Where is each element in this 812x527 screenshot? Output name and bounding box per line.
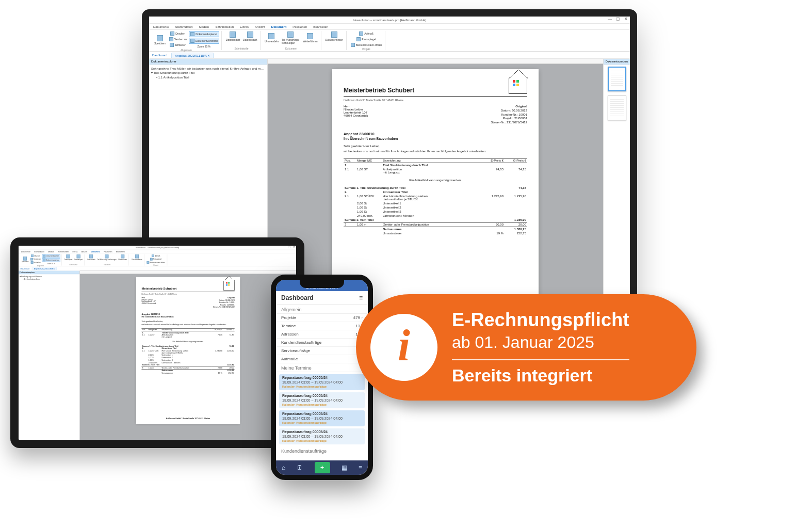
maximize-icon[interactable]: ▢: [288, 246, 290, 248]
tree-root-text[interactable]: Sehr geehrte Frau Müller, wir bedanken u…: [151, 67, 265, 71]
positions-table: Pos. Menge ME Bezeichnung E-Preis € G-Pr…: [344, 158, 527, 235]
list-item[interactable]: Aufmaße ›: [276, 355, 368, 363]
preisspiegel-button[interactable]: Preisspiegel: [350, 37, 383, 42]
save-icon: [157, 35, 163, 41]
menubar: Dokumente Stammdaten Module Schnittstell…: [19, 250, 296, 253]
cart-icon: [351, 43, 355, 47]
export-button[interactable]: Datenexport: [242, 31, 258, 42]
list-item[interactable]: Serviceaufträge ›: [276, 347, 368, 355]
section-header: Meine Termine: [276, 363, 368, 372]
tab-angebot[interactable]: Angebot 2022/01118/A ✕: [171, 53, 214, 58]
doc-subtitle: Ihr: Überschrift zum Bauvorhaben: [344, 137, 527, 140]
convert-button[interactable]: Umwandeln: [264, 31, 279, 45]
table-row: 1.11,00 STArtikelposition mit Langtext74…: [344, 167, 527, 174]
appointment-card[interactable]: Reparaturauftrag 00005/24 18.09.2024 03:…: [279, 428, 365, 444]
table-row: 2.11,00 STÜCKHier könnte Ihre Leistung s…: [141, 350, 234, 354]
maximize-icon[interactable]: ▢: [616, 17, 620, 21]
save-button[interactable]: Speichern: [21, 254, 29, 265]
tree-item[interactable]: ▾ Titel Strukturierung durch Titel: [151, 71, 265, 75]
save-button[interactable]: Speichern: [153, 31, 167, 49]
send-button[interactable]: Senden an: [168, 37, 188, 42]
zoom-control[interactable]: Zoom 95 %: [189, 44, 219, 49]
document-canvas[interactable]: Meisterbetrieb Schubert Heißmann GmbH * …: [80, 271, 297, 441]
info-icon: i: [370, 314, 437, 381]
salutation: Sehr geehrter Herr Leiber,: [344, 145, 527, 148]
menu-dokument[interactable]: Dokument: [271, 25, 286, 28]
menu-positionen[interactable]: Positionen: [293, 25, 307, 28]
close-button[interactable]: Schließen: [168, 42, 188, 47]
partial-invoice-button[interactable]: Teil-/Abschlags- rechnungen: [281, 31, 301, 45]
intro-text: wir bedanken uns noch einmal für Ihre An…: [344, 150, 527, 153]
menu-bearbeiten[interactable]: Bearbeiten: [313, 25, 328, 28]
continue-button[interactable]: Weiterführen: [302, 31, 319, 45]
preview-icon: [190, 39, 194, 43]
import-button[interactable]: Datenimport: [225, 31, 241, 42]
aufmass-button[interactable]: Aufmaß: [350, 31, 383, 36]
recipient-address: Herr Nikolas Leiber Lechtenbrink 107 490…: [344, 105, 368, 125]
menu-dokumente[interactable]: Dokumente: [153, 25, 169, 28]
table-row: 1.11,00 STArtikelposition mit Langtext74…: [141, 334, 234, 338]
phone-notch: [300, 280, 344, 288]
doc-meta: Original Datum: 30.08.2023 Kunden-Nr.: 1…: [491, 105, 527, 125]
appointment-card[interactable]: Reparaturauftrag 00005/24 18.09.2024 03:…: [279, 392, 365, 408]
table-row: 2,00 StUnterartikel 1: [344, 201, 527, 205]
window-titlebar: bluesolution – smarthandwerk.pro [Heißma…: [149, 17, 630, 24]
list-item[interactable]: Projekte479 ›: [276, 314, 368, 322]
tablet-device: bluesolution – smarthandwerk.pro [Heißma…: [10, 237, 304, 448]
ribbon-group-title: Projekt: [350, 47, 383, 51]
menu-module[interactable]: Module: [199, 25, 209, 28]
tree-item[interactable]: ▪ 1.1 Artikelposition Titel: [151, 75, 265, 79]
calendar-icon[interactable]: 🗓: [297, 464, 303, 471]
phone-header: Dashboard ≡: [276, 291, 368, 305]
home-icon[interactable]: ⌂: [282, 464, 285, 471]
add-button[interactable]: +: [315, 462, 330, 473]
close-icon[interactable]: ✕: [624, 17, 628, 21]
ribbon: Speichern Drucken Senden an Schließen Do…: [19, 253, 296, 266]
close-icon[interactable]: ✕: [293, 246, 295, 248]
minimize-icon[interactable]: —: [283, 246, 286, 248]
doc-preview-button[interactable]: Dokumentvorschau: [189, 38, 219, 44]
table-row: Ein Artikelbild kann angezeigt werden.: [141, 338, 234, 345]
minimize-icon[interactable]: —: [608, 17, 612, 21]
page-thumbnail[interactable]: [608, 95, 626, 120]
badge-footer: Bereits integriert: [452, 365, 629, 386]
appointment-card[interactable]: Reparaturauftrag 00005/24 18.09.2024 03:…: [279, 374, 365, 390]
positions-table: Pos. Menge ME Bezeichnung E-Preis € G-Pr…: [141, 328, 234, 374]
ribbon-group-dokument: Umwandeln Teil-/Abschlags- rechnungen We…: [262, 31, 321, 50]
bestell-button[interactable]: Bestellassistent öffnen: [350, 42, 383, 47]
send-icon: [169, 37, 173, 41]
table-row: 31,00 mGeräte- oder Fremdartikelposition…: [344, 222, 527, 227]
preview-panel: Dokumentvorschau: [603, 59, 630, 312]
hamburger-icon[interactable]: ≡: [359, 294, 363, 301]
list-item[interactable]: Kundendienstaufträge ›: [276, 339, 368, 347]
measure-icon: [359, 31, 363, 36]
doc-copy-button[interactable]: Dokumentkopieren: [189, 31, 219, 37]
section-header: Allgemein: [276, 305, 368, 314]
convert-icon: [268, 33, 274, 39]
section-header: Kundendienstaufträge: [276, 446, 368, 455]
document-tabs: Dashboard Angebot 2022/01118/A ✕: [19, 266, 296, 270]
print-button[interactable]: Drucken: [168, 31, 188, 36]
ribbon-group-listen: Dokumentlisten: [322, 31, 347, 50]
list-item[interactable]: Termine13 ›: [276, 322, 368, 330]
panel-header: Dokumentvorschau: [604, 59, 630, 65]
appointment-card[interactable]: Reparaturauftrag 00005/24 18.09.2024 03:…: [279, 410, 365, 426]
list-item[interactable]: Adressen11 ›: [276, 330, 368, 339]
tab-dashboard[interactable]: Dashboard: [152, 54, 167, 57]
menu-schnittstellen[interactable]: Schnittstellen: [215, 25, 234, 28]
grid-icon[interactable]: ▦: [342, 464, 347, 471]
company-logo-icon: [509, 78, 527, 94]
doc-lists-button[interactable]: Dokumentlisten: [324, 31, 344, 42]
page-thumbnail[interactable]: [608, 67, 626, 91]
menu-extras[interactable]: Extras: [240, 25, 249, 28]
menu-ansicht[interactable]: Ansicht: [255, 25, 265, 28]
phone-device: smarthandwerk Dashboard ≡ Allgemein Proj…: [271, 275, 373, 480]
ribbon-group-projekt: Aufmaß Preisspiegel Bestellassistent öff…: [348, 31, 385, 50]
table-row: Summe 2. vom Titel1.235,90: [344, 218, 527, 222]
menu-stammdaten[interactable]: Stammdaten: [175, 25, 193, 28]
menu-icon[interactable]: ≡: [359, 464, 362, 471]
table-row: 1,00 StUnterartikel 2: [344, 205, 527, 210]
phone-tabbar: ⌂ 🗓 + ▦ ≡: [276, 460, 368, 475]
list-icon: [331, 31, 337, 38]
document-canvas[interactable]: Meisterbetrieb Schubert Heißmann GmbH * …: [268, 59, 603, 312]
